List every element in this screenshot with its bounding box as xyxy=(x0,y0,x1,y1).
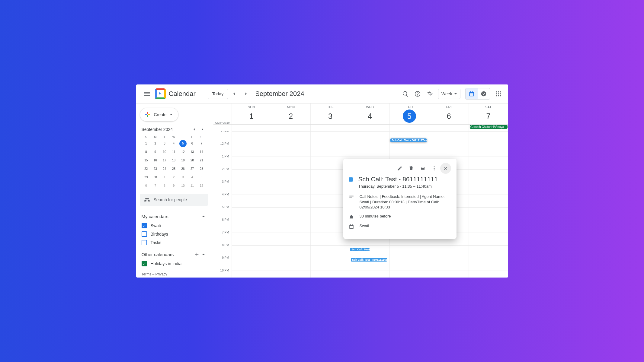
terms-link[interactable]: Terms xyxy=(142,272,152,276)
mini-prev-button[interactable] xyxy=(191,126,198,133)
day-number[interactable]: 7 xyxy=(482,110,495,123)
calendar-item[interactable]: Tasks xyxy=(142,238,206,247)
help-button[interactable] xyxy=(412,88,424,100)
day-header[interactable]: MON2 xyxy=(271,103,310,124)
mini-day[interactable]: 1 xyxy=(143,140,150,147)
mini-day[interactable]: 10 xyxy=(179,182,187,189)
mini-day[interactable]: 6 xyxy=(143,182,150,189)
mini-month-label: September 2024 xyxy=(142,127,173,132)
mini-day[interactable]: 2 xyxy=(170,174,177,181)
mini-day[interactable]: 23 xyxy=(152,165,159,173)
mini-day[interactable]: 14 xyxy=(198,148,205,156)
mini-day[interactable]: 11 xyxy=(189,182,196,189)
add-icon[interactable] xyxy=(194,252,200,257)
day-number[interactable]: 2 xyxy=(284,110,297,123)
next-week-button[interactable] xyxy=(241,88,252,99)
mini-day[interactable]: 24 xyxy=(161,165,168,173)
mini-day[interactable]: 8 xyxy=(143,148,150,156)
mini-day[interactable]: 7 xyxy=(152,182,159,189)
calendar-checkbox[interactable] xyxy=(142,261,147,266)
create-button[interactable]: Create xyxy=(140,108,178,122)
month-label: September 2024 xyxy=(255,90,304,98)
mini-day[interactable]: 13 xyxy=(189,148,196,156)
mini-day[interactable]: 3 xyxy=(179,174,187,181)
mini-day[interactable]: 1 xyxy=(161,174,168,181)
day-header[interactable]: FRI6 xyxy=(429,103,469,124)
today-button[interactable]: Today xyxy=(208,89,228,99)
mini-day[interactable]: 9 xyxy=(170,182,177,189)
mini-day[interactable]: 25 xyxy=(170,165,177,173)
mini-day[interactable]: 4 xyxy=(189,174,196,181)
mini-day[interactable]: 6 xyxy=(189,140,196,147)
day-header[interactable]: THU5 xyxy=(389,103,429,124)
day-number[interactable]: 4 xyxy=(363,110,376,123)
mini-day[interactable]: 22 xyxy=(143,165,150,173)
mini-day[interactable]: 16 xyxy=(152,157,159,164)
day-number[interactable]: 1 xyxy=(245,110,258,123)
day-header[interactable]: SUN1 xyxy=(232,103,271,124)
day-column[interactable] xyxy=(469,131,508,278)
mini-day[interactable]: 12 xyxy=(198,182,205,189)
calendar-item[interactable]: Birthdays xyxy=(142,230,206,238)
apps-button[interactable] xyxy=(492,88,505,100)
calendar-toggle[interactable] xyxy=(466,88,478,99)
mini-day[interactable]: 28 xyxy=(198,165,205,173)
day-column[interactable] xyxy=(271,131,310,278)
day-column[interactable] xyxy=(232,131,271,278)
edit-button[interactable] xyxy=(394,163,405,174)
options-button[interactable] xyxy=(429,163,440,174)
day-number[interactable]: 3 xyxy=(324,110,337,123)
mini-day[interactable]: 19 xyxy=(179,157,187,164)
other-calendars-header[interactable]: Other calendars xyxy=(142,249,206,259)
my-calendars-header[interactable]: My calendars xyxy=(142,211,206,221)
day-number[interactable]: 6 xyxy=(442,110,456,123)
calendar-app: 5 Calendar Today September 2024 Week Cre… xyxy=(136,84,508,278)
menu-button[interactable] xyxy=(140,87,154,101)
mini-day[interactable]: 21 xyxy=(198,157,205,164)
mini-day[interactable]: 17 xyxy=(161,157,168,164)
privacy-link[interactable]: Privacy xyxy=(155,272,167,276)
tasks-toggle[interactable] xyxy=(478,88,490,99)
calendar-checkbox[interactable] xyxy=(142,223,147,228)
day-number[interactable]: 5 xyxy=(403,110,416,123)
event-chip[interactable]: Sch Call: Test - 8611111Tes xyxy=(390,138,427,142)
view-selector[interactable]: Week xyxy=(438,89,460,99)
mini-day[interactable]: 29 xyxy=(143,174,150,181)
mini-next-button[interactable] xyxy=(199,126,206,133)
email-button[interactable] xyxy=(417,163,428,174)
delete-button[interactable] xyxy=(406,163,417,174)
mini-day[interactable]: 3 xyxy=(161,140,168,147)
allday-event[interactable]: Ganesh Chaturthi/Vinaya xyxy=(469,125,508,129)
close-button[interactable] xyxy=(440,163,451,174)
mini-day[interactable]: 5 xyxy=(179,140,187,147)
mini-day[interactable]: 27 xyxy=(189,165,196,173)
mini-day[interactable]: 9 xyxy=(152,148,159,156)
calendar-item[interactable]: Swati xyxy=(142,221,206,230)
mini-day[interactable]: 8 xyxy=(161,182,168,189)
mini-day[interactable]: 20 xyxy=(189,157,196,164)
mini-day[interactable]: 12 xyxy=(179,148,187,156)
mini-day[interactable]: 26 xyxy=(179,165,187,173)
mini-day[interactable]: 10 xyxy=(161,148,168,156)
mini-day[interactable]: 7 xyxy=(198,140,205,147)
settings-button[interactable] xyxy=(424,88,436,100)
mini-day[interactable]: 18 xyxy=(170,157,177,164)
app-name: Calendar xyxy=(169,90,196,98)
day-header[interactable]: WED4 xyxy=(350,103,389,124)
mini-day[interactable]: 11 xyxy=(170,148,177,156)
event-chip[interactable]: Sch Call: Test - 8698111158 xyxy=(351,258,387,262)
mini-day[interactable]: 5 xyxy=(198,174,205,181)
mini-day[interactable]: 30 xyxy=(152,174,159,181)
calendar-item[interactable]: Holidays in India xyxy=(142,259,206,268)
mini-day[interactable]: 4 xyxy=(170,140,177,147)
calendar-checkbox[interactable] xyxy=(142,240,147,245)
search-button[interactable] xyxy=(399,88,412,100)
day-header[interactable]: TUE3 xyxy=(310,103,350,124)
search-people-input[interactable]: Search for people xyxy=(140,194,208,206)
calendar-checkbox[interactable] xyxy=(142,231,147,237)
day-header[interactable]: SAT7 xyxy=(469,103,508,124)
event-chip[interactable]: Sch Call: Tes xyxy=(350,248,368,251)
mini-day[interactable]: 2 xyxy=(152,140,159,147)
prev-week-button[interactable] xyxy=(229,88,239,99)
mini-day[interactable]: 15 xyxy=(143,157,150,164)
